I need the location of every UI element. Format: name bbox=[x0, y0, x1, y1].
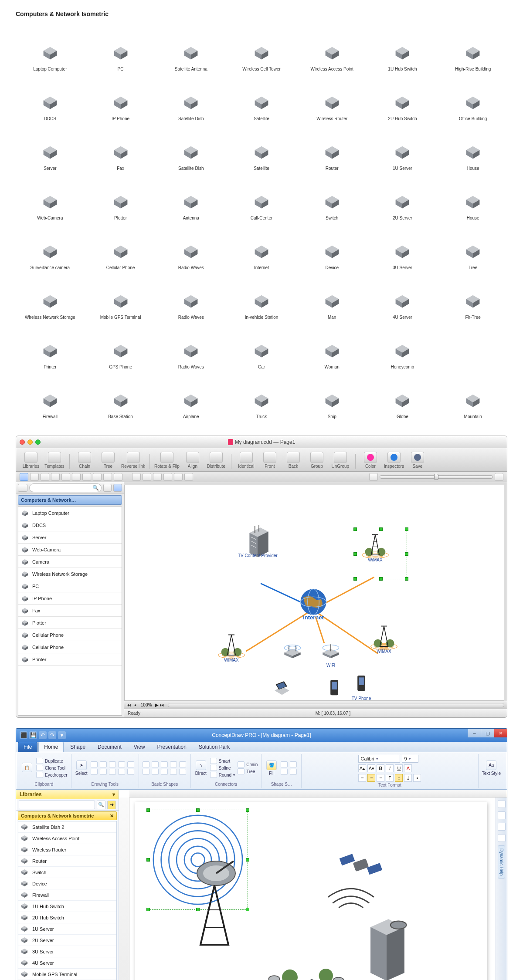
ruler-vertical[interactable] bbox=[119, 798, 129, 980]
stencil-item[interactable]: Fax bbox=[86, 124, 155, 171]
shape-diamond[interactable] bbox=[170, 761, 177, 767]
toolbar-reverse-link[interactable]: Reverse link bbox=[121, 452, 145, 469]
stencil-item[interactable]: Office Building bbox=[438, 74, 507, 121]
scrollbar-thumb[interactable] bbox=[168, 703, 504, 707]
zoom-slider[interactable] bbox=[380, 475, 493, 479]
stencil-item[interactable]: Satellite bbox=[227, 74, 296, 121]
valign-middle[interactable]: ↕ bbox=[395, 774, 403, 782]
stencil-item[interactable]: Antenna bbox=[156, 173, 225, 220]
stencil-item[interactable]: Mountain bbox=[438, 372, 507, 419]
library-item[interactable]: Printer bbox=[18, 653, 122, 666]
stencil-item[interactable]: Laptop Computer bbox=[16, 24, 85, 71]
satellite-icon[interactable] bbox=[318, 850, 392, 911]
search-input[interactable] bbox=[19, 801, 95, 809]
library-header[interactable]: Computers & Network Isometric✕ bbox=[18, 811, 117, 820]
drawing-canvas[interactable]: TV Content Provider Internet WiMAX bbox=[124, 485, 504, 701]
toolbar-front[interactable]: Front bbox=[259, 452, 280, 469]
library-item[interactable]: Mobile GPS Terminal bbox=[18, 969, 116, 980]
stencil-item[interactable]: Printer bbox=[16, 322, 85, 369]
tool-button[interactable] bbox=[184, 473, 193, 481]
stencil-item[interactable]: Fir-Tree bbox=[438, 273, 507, 320]
library-header[interactable]: Computers & Network… bbox=[18, 495, 122, 505]
win-titlebar[interactable]: ⬛ 💾 ↶ ↷ ▾ ConceptDraw PRO - [My diagram … bbox=[16, 729, 507, 742]
stencil-item[interactable]: Radio Waves bbox=[156, 322, 225, 369]
arc-tool[interactable] bbox=[100, 761, 107, 767]
library-item[interactable]: Router bbox=[18, 855, 116, 867]
library-item[interactable]: Wireless Access Point bbox=[18, 833, 116, 844]
shape-roundrect[interactable] bbox=[152, 761, 159, 767]
stencil-item[interactable]: Internet bbox=[227, 223, 296, 270]
stencil-item[interactable]: Man bbox=[298, 273, 367, 320]
tool-button[interactable] bbox=[103, 473, 112, 481]
tool-button[interactable] bbox=[51, 473, 60, 481]
connector-tool[interactable] bbox=[118, 761, 125, 767]
stencil-item[interactable]: Satellite Dish bbox=[156, 74, 225, 121]
stencil-item[interactable]: Radio Waves bbox=[156, 273, 225, 320]
panel-button[interactable] bbox=[498, 800, 506, 808]
line-weight[interactable] bbox=[290, 761, 297, 767]
stencil-item[interactable]: Satellite Antenna bbox=[156, 24, 225, 71]
library-item[interactable]: Fax bbox=[18, 605, 122, 617]
toolbar-save[interactable]: Save bbox=[407, 452, 428, 469]
tool-button[interactable] bbox=[114, 473, 122, 481]
valign-bottom[interactable]: ⤓ bbox=[404, 774, 412, 782]
tool-button[interactable] bbox=[82, 473, 91, 481]
shape-arrow[interactable] bbox=[161, 769, 168, 775]
node-wimax[interactable]: WiMAX bbox=[216, 633, 247, 662]
toolbar-back[interactable]: Back bbox=[283, 452, 304, 469]
stencil-item[interactable]: High-Rise Building bbox=[438, 24, 507, 71]
poly-tool[interactable] bbox=[118, 769, 125, 775]
tool-button[interactable] bbox=[132, 473, 141, 481]
stencil-item[interactable]: Wireless Cell Tower bbox=[227, 24, 296, 71]
search-go-icon[interactable]: ➜ bbox=[107, 801, 116, 809]
tab-view[interactable]: View bbox=[128, 742, 151, 752]
sidebar-view-button[interactable] bbox=[18, 484, 27, 492]
chain-button[interactable]: Chain bbox=[238, 761, 258, 767]
library-item[interactable]: Cellular Phone bbox=[18, 641, 122, 653]
line-color[interactable] bbox=[281, 761, 288, 767]
text-tool[interactable] bbox=[109, 769, 116, 775]
align-center[interactable]: ≡ bbox=[367, 774, 375, 782]
zoom-in-button[interactable] bbox=[495, 473, 503, 481]
tab-shape[interactable]: Shape bbox=[65, 742, 91, 752]
stencil-item[interactable]: Plotter bbox=[86, 173, 155, 220]
tool-button[interactable] bbox=[153, 473, 162, 481]
village-icon[interactable] bbox=[248, 941, 379, 980]
paste-button[interactable]: 📋 bbox=[20, 763, 34, 773]
toolbar-align[interactable]: Align bbox=[182, 452, 203, 469]
toolbar-color[interactable]: Color bbox=[360, 452, 381, 469]
library-item[interactable]: Server bbox=[18, 531, 122, 544]
stencil-item[interactable]: Tree bbox=[438, 223, 507, 270]
library-item[interactable]: Laptop Computer bbox=[18, 507, 122, 519]
close-icon[interactable]: ✕ bbox=[110, 813, 114, 819]
stencil-item[interactable]: House bbox=[438, 173, 507, 220]
stencil-item[interactable]: Satellite bbox=[227, 124, 296, 171]
library-item[interactable]: PC bbox=[18, 580, 122, 592]
stencil-item[interactable]: DDCS bbox=[16, 74, 85, 121]
node-tv-provider[interactable]: TV Content Provider bbox=[238, 529, 278, 558]
node-laptop[interactable]: Laptop Computer bbox=[265, 677, 299, 701]
stencil-item[interactable]: Device bbox=[298, 223, 367, 270]
panel-button[interactable] bbox=[498, 811, 506, 819]
round-button[interactable]: Round ▾ bbox=[210, 772, 235, 778]
stencil-item[interactable]: Cellular Phone bbox=[86, 223, 155, 270]
library-item[interactable]: 3U Server bbox=[18, 946, 116, 957]
stencil-item[interactable]: Switch bbox=[298, 173, 367, 220]
align-left[interactable]: ≡ bbox=[358, 774, 366, 782]
library-item[interactable]: DDCS bbox=[18, 519, 122, 531]
search-icon[interactable]: 🔍 bbox=[97, 801, 105, 809]
maximize-button[interactable]: ▢ bbox=[481, 729, 494, 737]
dish-tower-icon[interactable] bbox=[183, 854, 257, 950]
stencil-item[interactable]: Woman bbox=[298, 322, 367, 369]
tool-button[interactable] bbox=[174, 473, 183, 481]
minimize-button[interactable]: – bbox=[468, 729, 481, 737]
tool-button[interactable] bbox=[61, 473, 70, 481]
toolbar-tree[interactable]: Tree bbox=[98, 452, 119, 469]
toolbar-identical[interactable]: Identical bbox=[236, 452, 257, 469]
node-tvphone2[interactable]: TV Phone bbox=[346, 672, 377, 701]
library-list[interactable]: Laptop ComputerDDCSServerWeb-CameraCamer… bbox=[18, 507, 122, 716]
bezier-tool[interactable] bbox=[127, 769, 134, 775]
line-tool[interactable] bbox=[91, 761, 98, 767]
stencil-item[interactable]: In-vehicle Station bbox=[227, 273, 296, 320]
tab-home[interactable]: Home bbox=[38, 742, 64, 752]
